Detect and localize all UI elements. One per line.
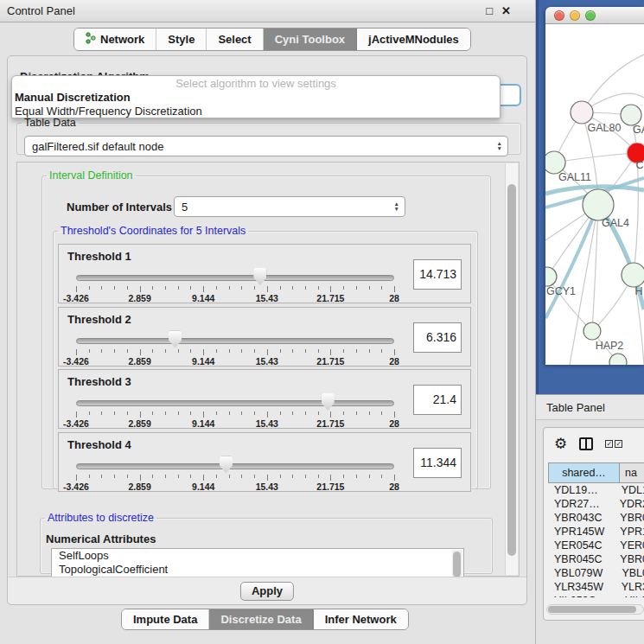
thresholds-group: Threshold's Coordinates for 5 Intervals …: [53, 225, 478, 489]
tab-jactivemnodules[interactable]: jActiveMNodules: [357, 29, 470, 50]
cell-name: YBR0: [615, 552, 644, 566]
control-panel: Control Panel □ ✕ NetworkStyleSelectCyni…: [0, 0, 536, 644]
settings-scrollbar[interactable]: [505, 163, 518, 575]
network-node-gal4[interactable]: [583, 189, 614, 220]
network-edge[interactable]: [582, 54, 644, 112]
slider-thumb[interactable]: [253, 268, 266, 285]
column-header-name[interactable]: na: [620, 462, 644, 483]
slider-tick-label: 2.859: [110, 418, 170, 429]
table-horizontal-scrollbar[interactable]: [546, 604, 644, 615]
threshold-value-field[interactable]: 11.344: [413, 448, 462, 478]
slider-tick-label: 28: [364, 481, 424, 492]
slider-thumb[interactable]: [322, 393, 335, 411]
slider-thumb[interactable]: [169, 331, 182, 348]
apply-button[interactable]: Apply: [240, 582, 294, 601]
slider-tick: [254, 349, 255, 353]
float-icon[interactable]: □: [486, 0, 493, 22]
algorithm-option-manual[interactable]: Manual Discretization: [12, 91, 500, 105]
slider-tick: [305, 475, 306, 478]
threshold-slider-2[interactable]: -3.4262.8599.14415.4321.71528: [76, 330, 394, 365]
threshold-slider-1[interactable]: -3.4262.8599.14415.4321.71528: [76, 267, 394, 302]
slider-tick: [190, 286, 191, 290]
slider-tick: [343, 475, 344, 478]
tab-style[interactable]: Style: [156, 29, 207, 50]
network-node-ga[interactable]: [621, 105, 641, 125]
network-node-h[interactable]: [622, 263, 644, 287]
slider-track: [76, 463, 394, 469]
tab-infer-network[interactable]: Infer Network: [314, 609, 408, 629]
table-row[interactable]: YIL053CYIL0: [548, 594, 644, 597]
tab-label: Style: [168, 33, 194, 46]
zoom-traffic-light-icon[interactable]: [585, 10, 596, 21]
slider-tick: [114, 349, 115, 353]
tab-discretize-data[interactable]: Discretize Data: [209, 609, 313, 629]
slider-tick: [356, 349, 357, 353]
tab-network[interactable]: Network: [74, 29, 156, 50]
tab-cyni-toolbox[interactable]: Cyni Toolbox: [264, 29, 357, 50]
threshold-slider-3[interactable]: -3.4262.8599.14415.4321.71528: [76, 392, 394, 427]
numerical-attributes-heading: Numerical Attributes: [46, 532, 156, 545]
algorithm-placeholder-option[interactable]: Select algorithm to view settings: [12, 76, 500, 91]
interval-definition-group: Interval Definition Number of Intervals …: [41, 169, 491, 489]
threshold-slider-4[interactable]: -3.4262.8599.14415.4321.71528: [76, 456, 394, 490]
slider-tick: [76, 475, 77, 481]
network-node-label: GAL11: [558, 171, 591, 183]
network-window-titlebar[interactable]: [545, 7, 644, 24]
table-row[interactable]: YER054CYER0: [548, 539, 644, 552]
slider-tick: [178, 349, 179, 353]
table-data-combobox[interactable]: galFiltered.sif default node ▲▼: [24, 136, 508, 156]
table-row[interactable]: YBR043CYBR0: [548, 511, 644, 525]
slider-tick: [394, 349, 395, 355]
network-edge-highlighted[interactable]: [545, 205, 598, 318]
slider-tick: [76, 411, 77, 418]
network-edge[interactable]: [634, 153, 638, 275]
table-row[interactable]: YBR045CYBR0: [548, 552, 644, 566]
slider-tick: [101, 286, 102, 290]
network-canvas[interactable]: GAL80GACGAL11GAL4GCY1HHAP2: [545, 24, 644, 365]
control-panel-title: Control Panel: [7, 0, 75, 22]
tab-label: Infer Network: [325, 613, 397, 626]
slider-tick-label: 2.859: [110, 356, 170, 367]
table-row[interactable]: YLR345WYLR3: [548, 580, 644, 594]
attribute-list-item[interactable]: SelfLoops: [52, 549, 463, 563]
cell-shared-name: YBR043C: [548, 511, 615, 525]
threshold-value-field[interactable]: 21.4: [413, 385, 462, 415]
tab-select[interactable]: Select: [207, 29, 263, 50]
network-edge[interactable]: [554, 153, 637, 163]
table-row[interactable]: YBL079WYBL0: [548, 566, 644, 580]
attribute-list-item[interactable]: TopologicalCoefficient: [52, 563, 463, 577]
tab-impute-data[interactable]: Impute Data: [122, 609, 209, 629]
close-traffic-light-icon[interactable]: [554, 10, 564, 21]
network-node-gal80[interactable]: [571, 101, 593, 124]
apply-row: Apply: [8, 577, 526, 604]
slider-tick: [101, 411, 102, 415]
column-header-shared-name[interactable]: shared…: [548, 462, 620, 483]
number-of-intervals-combobox[interactable]: 5 ▲▼: [174, 196, 405, 217]
columns-icon[interactable]: [579, 437, 593, 450]
cell-name: YER0: [615, 539, 644, 552]
table-row[interactable]: YPR145WYPR1: [548, 525, 644, 539]
slider-tick: [356, 411, 357, 415]
network-node-label: GAL4: [602, 217, 629, 229]
slider-tick: [152, 475, 153, 478]
slider-tick: [203, 286, 204, 292]
table-row[interactable]: YDL19…YDL1: [548, 483, 644, 497]
network-node-gcy1[interactable]: [545, 267, 557, 286]
algorithm-option-equal-width[interactable]: Equal Width/Frequency Discretization: [12, 105, 500, 118]
minimize-traffic-light-icon[interactable]: [570, 10, 580, 21]
network-node-hap2[interactable]: [583, 322, 601, 340]
select-attributes-icon[interactable]: ✓✓: [605, 440, 622, 448]
slider-tick: [178, 286, 179, 290]
table-row[interactable]: YDR27…YDR2: [548, 497, 644, 511]
slider-thumb[interactable]: [220, 456, 233, 474]
table-panel-body: ⚙ ✓✓ shared… na YDL19…YDL1YDR27…YDR2YBR0…: [536, 421, 644, 644]
close-icon[interactable]: ✕: [501, 0, 511, 22]
threshold-value-field[interactable]: 14.713: [413, 259, 462, 290]
gear-icon[interactable]: ⚙: [554, 437, 567, 451]
slider-tick: [140, 349, 141, 355]
slider-tick: [267, 411, 268, 418]
threshold-value-field[interactable]: 6.316: [413, 322, 462, 353]
table-data-group: Table Data galFiltered.sif default node …: [16, 117, 521, 155]
slider-tick: [178, 475, 179, 478]
slider-tick: [152, 349, 153, 353]
